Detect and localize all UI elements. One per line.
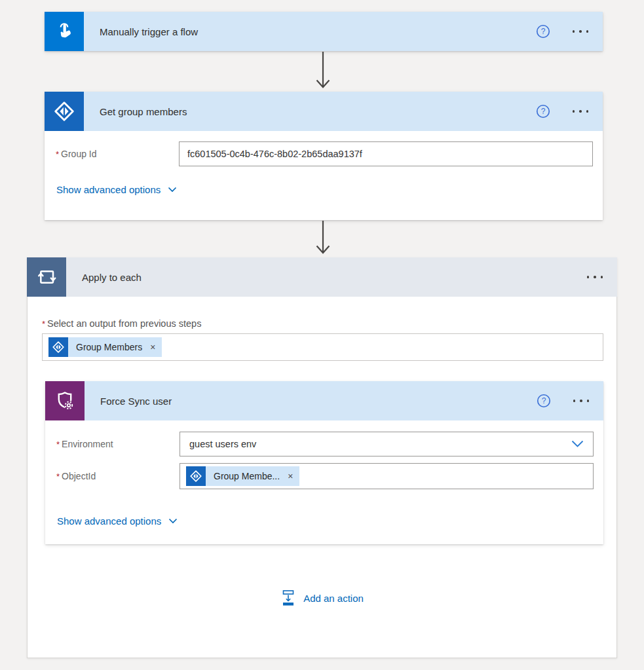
shield-gear-icon bbox=[45, 381, 85, 420]
group-id-label: *Group Id bbox=[56, 149, 179, 159]
more-options-icon[interactable] bbox=[571, 107, 590, 115]
force-sync-user-card[interactable]: Force Sync user ? bbox=[45, 381, 603, 544]
environment-value: guest users env bbox=[189, 439, 256, 449]
chevron-down-icon bbox=[571, 440, 584, 448]
help-icon[interactable]: ? bbox=[536, 24, 550, 39]
show-advanced-options-link[interactable]: Show advanced options bbox=[56, 184, 177, 195]
select-output-label: *Select an output from previous steps bbox=[42, 318, 603, 329]
insert-action-icon bbox=[280, 589, 296, 606]
trigger-card-title: Manually trigger a flow bbox=[100, 26, 536, 37]
azure-ad-icon bbox=[45, 92, 84, 131]
chevron-down-icon bbox=[168, 518, 178, 524]
token-label: Group Membe... bbox=[206, 471, 286, 481]
add-an-action-button[interactable]: Add an action bbox=[28, 589, 616, 607]
loop-icon bbox=[27, 257, 66, 297]
remove-token-icon[interactable]: × bbox=[286, 472, 299, 481]
get-group-members-header[interactable]: Get group members ? bbox=[45, 92, 603, 131]
show-advanced-options-link[interactable]: Show advanced options bbox=[57, 515, 178, 527]
trigger-card[interactable]: Manually trigger a flow ? bbox=[45, 12, 603, 51]
svg-text:?: ? bbox=[540, 27, 545, 36]
svg-text:?: ? bbox=[540, 107, 545, 116]
get-group-members-card[interactable]: Get group members ? *Group Id bbox=[45, 92, 603, 220]
environment-dropdown[interactable]: guest users env bbox=[180, 432, 594, 456]
apply-to-each-header[interactable]: Apply to each bbox=[27, 257, 617, 297]
force-sync-user-title: Force Sync user bbox=[100, 396, 537, 407]
more-options-icon[interactable] bbox=[571, 28, 590, 35]
flow-designer-canvas: Manually trigger a flow ? bbox=[0, 0, 644, 670]
group-members-token[interactable]: Group Members × bbox=[48, 337, 162, 357]
add-an-action-label: Add an action bbox=[303, 593, 364, 604]
get-group-members-title: Get group members bbox=[100, 106, 536, 117]
more-options-icon[interactable] bbox=[572, 397, 591, 405]
apply-to-each-scope: Apply to each *Select an output from pre… bbox=[27, 257, 617, 658]
connector-arrow bbox=[314, 52, 331, 91]
select-output-input[interactable]: Group Members × bbox=[42, 333, 603, 361]
more-options-icon[interactable] bbox=[586, 273, 605, 281]
svg-text:?: ? bbox=[541, 396, 546, 405]
group-id-input[interactable] bbox=[179, 141, 593, 166]
environment-label: *Environment bbox=[56, 439, 180, 449]
azure-ad-icon bbox=[48, 337, 68, 357]
force-sync-user-header[interactable]: Force Sync user ? bbox=[45, 381, 603, 420]
help-icon[interactable]: ? bbox=[537, 394, 551, 408]
group-members-token[interactable]: Group Membe... × bbox=[186, 466, 299, 486]
remove-token-icon[interactable]: × bbox=[149, 343, 162, 352]
trigger-card-header[interactable]: Manually trigger a flow ? bbox=[45, 12, 603, 51]
connector-arrow bbox=[314, 221, 331, 257]
azure-ad-icon bbox=[186, 466, 206, 486]
apply-to-each-title: Apply to each bbox=[82, 272, 586, 283]
help-icon[interactable]: ? bbox=[536, 104, 550, 119]
touch-tap-icon bbox=[45, 12, 84, 51]
chevron-down-icon bbox=[168, 187, 177, 193]
objectid-input[interactable]: Group Membe... × bbox=[180, 463, 594, 489]
token-label: Group Members bbox=[68, 342, 149, 352]
objectid-label: *ObjectId bbox=[56, 471, 180, 481]
